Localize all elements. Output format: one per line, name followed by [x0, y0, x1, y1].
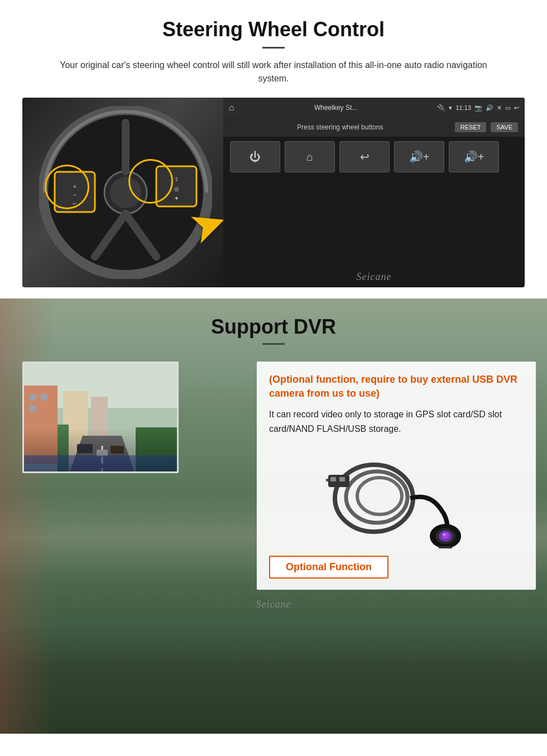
dvr-camera-illustration	[269, 445, 524, 551]
svg-rect-28	[57, 425, 69, 473]
dvr-watermark: Seicane	[0, 590, 547, 618]
svg-rect-20	[30, 405, 36, 412]
ctrl-home[interactable]: ⌂	[285, 141, 335, 172]
swc-description: Your original car's steering wheel contr…	[45, 59, 502, 85]
save-button[interactable]: SAVE	[491, 122, 518, 132]
ctrl-back[interactable]: ↩	[339, 141, 390, 172]
swc-title-underline	[262, 47, 285, 49]
ctrl-vol-down[interactable]: 🔊+	[449, 141, 499, 172]
camera-icon: 📷	[474, 104, 482, 112]
dvr-description: It can record video only to storage in G…	[269, 407, 524, 436]
x-icon: ✕	[497, 104, 502, 112]
svg-point-42	[443, 533, 445, 536]
svg-rect-18	[30, 394, 36, 401]
screen-watermark: Seicane	[357, 271, 392, 283]
volume-icon: 🔊	[486, 104, 493, 112]
dvr-info-panel: (Optional function, require to buy exter…	[257, 362, 536, 590]
reset-button[interactable]: RESET	[455, 122, 487, 132]
svg-point-41	[442, 532, 449, 539]
dvr-title-underline	[262, 343, 285, 345]
svg-rect-26	[111, 446, 124, 454]
screen-buttons-row: Press steering wheel buttons RESET SAVE	[223, 118, 525, 137]
android-screen: ⌂ Wheelkey St... 🔌 ▾ 11:13 📷 🔊 ✕ ▭ ↩ Pre…	[223, 98, 525, 287]
svg-rect-25	[77, 444, 93, 453]
dvr-camera-svg	[318, 448, 474, 548]
screen-status-bar: ▾ 11:13 📷 🔊 ✕ ▭ ↩	[449, 104, 519, 112]
right-circle-overlay	[128, 159, 173, 204]
wifi-icon: ▾	[449, 104, 452, 112]
dvr-section: Support DVR	[0, 298, 547, 734]
dvr-title-area: Support DVR	[0, 298, 547, 350]
optional-function-button[interactable]: Optional Function	[269, 556, 388, 579]
svg-text:✦: ✦	[174, 195, 179, 201]
clock: 11:13	[455, 104, 471, 111]
svg-rect-37	[326, 479, 328, 481]
svg-text:⇧: ⇧	[174, 176, 179, 182]
dvr-optional-heading: (Optional function, require to buy exter…	[269, 373, 524, 401]
screen-prompt: Press steering wheel buttons	[230, 123, 450, 131]
svg-rect-27	[97, 450, 108, 456]
screen-controls-grid: ⏻ ⌂ ↩ 🔊+ 🔊+	[223, 137, 525, 177]
svg-rect-29	[136, 427, 179, 473]
usb-icon: 🔌	[437, 104, 445, 112]
dvr-left-panel	[11, 362, 246, 473]
dvr-thumbnail	[22, 362, 179, 473]
svg-point-33	[357, 478, 402, 514]
svg-rect-30	[24, 455, 179, 473]
screen-app-name: Wheelkey St...	[238, 104, 434, 112]
back-icon: ↩	[514, 104, 519, 112]
svg-rect-22	[91, 397, 108, 464]
swc-image-container: + − ↩ ⇧ ◎ ✦ ➤ ⌂ W	[22, 98, 525, 287]
steering-wheel-photo: + − ↩ ⇧ ◎ ✦ ➤	[22, 98, 229, 287]
home-icon: ⌂	[229, 103, 234, 113]
svg-rect-36	[339, 477, 345, 481]
dvr-title: Support DVR	[0, 315, 547, 339]
svg-rect-19	[41, 394, 47, 401]
svg-rect-35	[330, 477, 336, 481]
dvr-thumbnail-svg	[24, 363, 179, 473]
steering-wheel-section: Steering Wheel Control Your original car…	[0, 0, 547, 298]
left-circle-overlay	[45, 165, 89, 209]
screen-icon: ▭	[505, 104, 511, 112]
dvr-content: (Optional function, require to buy exter…	[0, 350, 547, 590]
screen-top-bar: ⌂ Wheelkey St... 🔌 ▾ 11:13 📷 🔊 ✕ ▭ ↩	[223, 98, 525, 118]
svg-rect-43	[439, 546, 452, 548]
svg-marker-23	[69, 436, 136, 473]
ctrl-vol-up[interactable]: 🔊+	[394, 141, 444, 172]
svg-text:◎: ◎	[174, 186, 179, 192]
swc-title: Steering Wheel Control	[22, 18, 525, 41]
ctrl-power[interactable]: ⏻	[230, 141, 280, 172]
